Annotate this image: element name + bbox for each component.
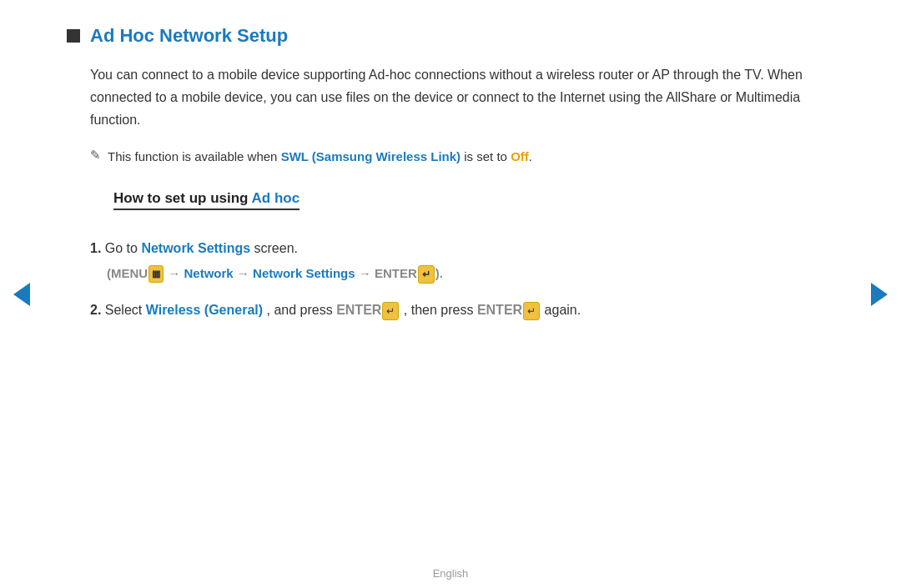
title-bullet-icon — [67, 29, 80, 43]
content-area: Ad Hoc Network Setup You can connect to … — [0, 0, 901, 559]
subheading-prefix: How to set up using — [113, 190, 249, 206]
step-1-header: 1. Go to Network Settings screen. — [90, 237, 834, 259]
page-container: Ad Hoc Network Setup You can connect to … — [0, 0, 901, 588]
note-text: This function is available when SWL (Sam… — [108, 147, 532, 167]
subheading-container: How to set up using Ad hoc — [90, 190, 834, 224]
body-paragraph: You can connect to a mobile device suppo… — [90, 63, 834, 132]
step-1-number: 1. — [90, 241, 101, 255]
enter-badge-1: ↵ — [418, 265, 435, 284]
steps-container: 1. Go to Network Settings screen. (MENU▦… — [90, 237, 834, 322]
step-2: 2. Select Wireless (General) , and press… — [90, 299, 834, 321]
step-2-header: 2. Select Wireless (General) , and press… — [90, 299, 834, 321]
step-2-end: again. — [545, 303, 581, 317]
network-settings-link: Network Settings — [141, 241, 250, 255]
step-1-enter-label: ENTER — [375, 266, 417, 280]
footer-text: English — [433, 567, 469, 580]
step-1-arrow2: → — [234, 266, 253, 280]
step-1-text-prefix: Go to — [105, 241, 138, 255]
step-1-sub: (MENU▦ → Network → Network Settings → EN… — [107, 263, 834, 284]
step-1-arrow1: → — [164, 266, 184, 280]
step-1-menu-label: (MENU — [107, 266, 148, 280]
footer: English — [0, 559, 901, 588]
step-2-enter1-label: ENTER — [336, 303, 381, 317]
step-2-prefix: Select — [105, 303, 142, 317]
enter-badge-2: ↵ — [382, 302, 399, 320]
subheading: How to set up using Ad hoc — [113, 190, 299, 210]
step-2-number: 2. — [90, 303, 101, 317]
menu-badge-icon: ▦ — [148, 265, 164, 283]
title-row: Ad Hoc Network Setup — [67, 25, 834, 47]
note-prefix: This function is available when — [108, 149, 277, 163]
step-2-middle: , and press — [267, 303, 333, 317]
enter-badge-3: ↵ — [523, 302, 540, 320]
note-period: . — [529, 149, 532, 163]
swl-link: SWL (Samsung Wireless Link) — [281, 149, 461, 163]
note-icon: ✎ — [90, 148, 101, 163]
step-1-close-paren: ). — [435, 266, 443, 280]
step-1-suffix: screen. — [254, 241, 298, 255]
page-title: Ad Hoc Network Setup — [90, 25, 288, 47]
step-2-after: , then press — [404, 303, 474, 317]
note-middle: is set to — [464, 149, 507, 163]
wireless-general-link: Wireless (General) — [146, 303, 263, 317]
off-link: Off — [511, 149, 529, 163]
step-1-arrow3: → — [355, 266, 375, 280]
adhoc-link: Ad hoc — [252, 190, 300, 206]
note-row: ✎ This function is available when SWL (S… — [90, 147, 834, 167]
network-link: Network — [184, 266, 234, 280]
step-2-enter2-label: ENTER — [477, 303, 522, 317]
step-1: 1. Go to Network Settings screen. (MENU▦… — [90, 237, 834, 284]
network-settings-sub-link: Network Settings — [253, 266, 355, 280]
